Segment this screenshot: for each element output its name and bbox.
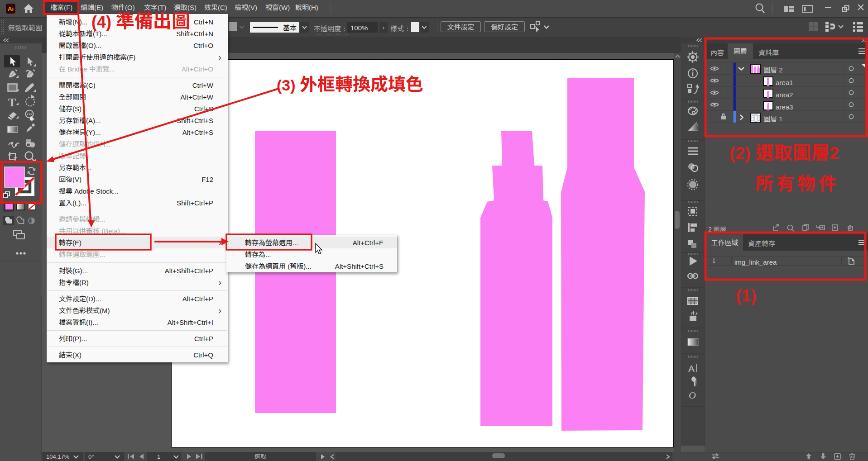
svg-text:所有物件: 所有物件 [755, 169, 839, 195]
svg-text:(1): (1) [736, 286, 756, 305]
svg-text:(4) 準備出圖: (4) 準備出圖 [91, 6, 190, 33]
svg-text:(2) 選取圖層2: (2) 選取圖層2 [729, 138, 839, 165]
svg-text:(3) 外框轉換成填色: (3) 外框轉換成填色 [277, 70, 423, 95]
